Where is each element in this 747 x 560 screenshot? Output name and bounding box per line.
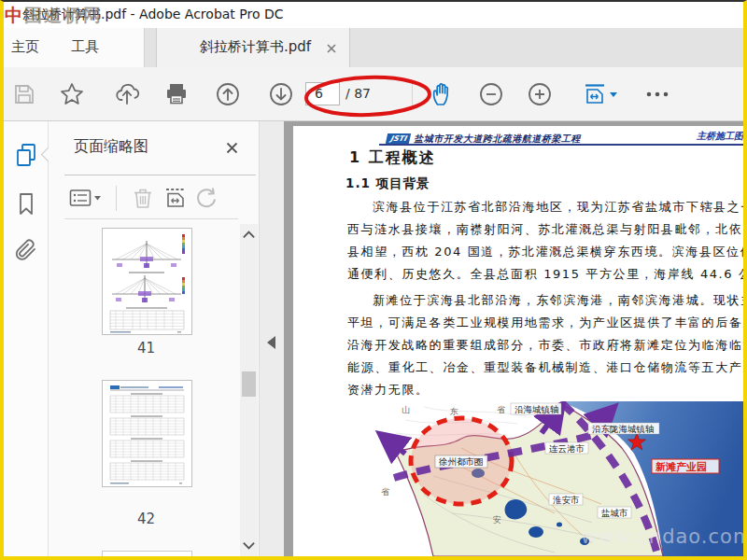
thumbnail-label-42[interactable]: 42 bbox=[102, 511, 190, 527]
map-label-axis-coastal: 沿海城镇轴 bbox=[514, 404, 559, 414]
section-heading: 1 工程概述 bbox=[349, 148, 436, 168]
page-header-rule bbox=[379, 144, 743, 146]
cloud-upload-button[interactable] bbox=[114, 81, 140, 107]
printer-icon bbox=[163, 81, 190, 107]
panel-divider bbox=[64, 175, 256, 175]
main-toolbar: 6 / 87 bbox=[4, 67, 743, 121]
project-name: 盐城市开发大道跨北疏港航道桥梁工程 bbox=[414, 133, 581, 144]
chevron-up-icon bbox=[242, 228, 256, 242]
paragraph1-line2: 西与涟水县接壤，南襟射阳河、苏北灌溉总渠与射阳县毗邻，北依废黄河、中山河与响 bbox=[347, 221, 743, 242]
print-button[interactable] bbox=[163, 81, 190, 107]
thumbnails-panel: 页面缩略图 bbox=[49, 121, 259, 556]
thumbnail-page-43-partial[interactable] bbox=[102, 551, 192, 556]
arrow-down-circle-icon bbox=[268, 81, 294, 107]
bookmarks-rail-button[interactable] bbox=[13, 190, 39, 218]
panel-divider-2 bbox=[64, 218, 238, 219]
delete-pages-button[interactable] bbox=[130, 185, 156, 211]
panel-close-button[interactable] bbox=[225, 141, 239, 155]
map-watermark: www.cndao.com bbox=[581, 525, 743, 548]
subsection-heading: 1.1 项目背景 bbox=[345, 175, 430, 192]
panel-scrollbar[interactable] bbox=[240, 224, 258, 556]
previous-page-button[interactable] bbox=[215, 81, 241, 107]
scroll-down-button[interactable] bbox=[242, 539, 256, 553]
chevron-down-icon bbox=[242, 539, 256, 553]
map-label-xintan: 新滩产业园 bbox=[655, 461, 707, 473]
tab-bar: 主页 工具 斜拉桥计算书.pdf bbox=[4, 28, 743, 67]
fit-width-button[interactable] bbox=[582, 81, 608, 107]
page-setup-icon bbox=[162, 185, 189, 211]
page-number-input[interactable]: 6 bbox=[305, 82, 340, 105]
panel-title: 页面缩略图 bbox=[74, 137, 148, 157]
map-label-axis-donglonghai: 沿东陇海城镇轴 bbox=[592, 424, 655, 434]
plus-circle-icon bbox=[527, 81, 553, 107]
ellipsis-icon bbox=[644, 81, 670, 107]
save-button[interactable] bbox=[11, 81, 37, 107]
paperclip-icon bbox=[13, 237, 39, 265]
page-setup-button[interactable] bbox=[162, 185, 189, 211]
title-bar: 斜拉桥计算书.pdf - Adobe Acrobat Pro DC bbox=[4, 2, 743, 28]
thumbnail-options-button[interactable] bbox=[67, 185, 93, 211]
thumbnail-41-preview bbox=[103, 229, 191, 334]
paragraph2-line5: 资潜力无限。 bbox=[347, 382, 743, 402]
tab-document-label: 斜拉桥计算书.pdf bbox=[200, 38, 311, 56]
jsti-logo: JSTI bbox=[386, 133, 412, 144]
rotate-icon bbox=[193, 185, 219, 211]
tab-tools[interactable]: 工具 bbox=[71, 38, 99, 56]
attachments-rail-button[interactable] bbox=[13, 237, 39, 265]
page-thumbnails-rail-button[interactable] bbox=[13, 142, 39, 170]
paragraph2-line2: 平坦，可满足各类工业规模用地需求，为产业区提供了丰富的后备土地资源。作为盐城 bbox=[347, 315, 743, 335]
map-char-shan: 山 bbox=[402, 405, 410, 414]
map-char-dong: 东 bbox=[449, 407, 458, 416]
map-char-sheng-left: 省 bbox=[381, 487, 389, 497]
paragraph1-line4: 通便利、历史悠久。全县总面积 1915 平方公里，海岸线 44.6 公里，人口1… bbox=[347, 266, 743, 287]
rotate-pages-button[interactable] bbox=[193, 185, 219, 211]
toolbar-divider bbox=[412, 80, 413, 108]
cloud-upload-icon bbox=[114, 81, 140, 107]
close-icon bbox=[325, 42, 338, 55]
bookmark-icon bbox=[13, 190, 39, 218]
thumbnail-label-41[interactable]: 41 bbox=[102, 340, 190, 357]
next-page-button[interactable] bbox=[268, 81, 294, 107]
scroll-up-button[interactable] bbox=[242, 228, 256, 242]
map-label-yancheng: 盐城市 bbox=[601, 508, 628, 518]
options-list-icon bbox=[67, 185, 103, 211]
tab-close-button[interactable] bbox=[325, 41, 338, 54]
panel-toolbar-divider bbox=[116, 186, 117, 211]
document-viewer[interactable]: JSTI盐城市开发大道跨北疏港航道桥梁工程 主桥施工图计算报告 1 工程概述 1… bbox=[284, 121, 743, 556]
hand-tool-button[interactable] bbox=[428, 81, 454, 107]
save-icon bbox=[11, 81, 37, 107]
map-label-lianyungang: 连云港市 bbox=[549, 443, 585, 454]
scrollbar-thumb[interactable] bbox=[242, 371, 256, 397]
arrow-up-circle-icon bbox=[215, 81, 241, 107]
star-button[interactable] bbox=[59, 81, 85, 107]
pdf-page[interactable]: JSTI盐城市开发大道跨北疏港航道桥梁工程 主桥施工图计算报告 1 工程概述 1… bbox=[293, 126, 743, 556]
close-icon bbox=[225, 141, 239, 155]
thumbnail-42-preview bbox=[103, 381, 191, 486]
chevron-down-icon bbox=[609, 91, 618, 99]
main-area: 页面缩略图 bbox=[4, 121, 743, 556]
collapse-panel-arrow-icon[interactable] bbox=[267, 336, 275, 349]
paragraph1-line3: 县相望，西枕 204 国道，苏北灌溉总渠横穿东西境。滨海县区位优势明显，资源丰富… bbox=[347, 244, 743, 264]
pages-icon bbox=[13, 142, 39, 170]
minus-circle-icon bbox=[478, 81, 504, 107]
more-tools-button[interactable] bbox=[644, 81, 670, 107]
map-char-sheng: 省 bbox=[497, 405, 505, 414]
page-header-right: 主桥施工图计算报告 bbox=[697, 130, 743, 143]
panel-gutter bbox=[259, 121, 284, 556]
acrobat-window: 斜拉桥计算书.pdf - Adobe Acrobat Pro DC 中国道桥网 … bbox=[4, 2, 743, 556]
map-label-huaian: 淮安市 bbox=[553, 495, 580, 505]
tab-home[interactable]: 主页 bbox=[11, 38, 39, 56]
fit-width-icon bbox=[582, 81, 608, 107]
zoom-out-button[interactable] bbox=[478, 81, 504, 107]
fit-width-dropdown[interactable] bbox=[609, 91, 618, 99]
tab-left-segment: 主页 工具 bbox=[4, 28, 145, 67]
paragraph2-line4: 能源、重化工、冶金、重型装备机械制造、港口仓储物流等五大产业，发展空间巨大、 bbox=[347, 359, 743, 380]
thumbnail-page-42[interactable] bbox=[102, 380, 192, 487]
star-icon bbox=[59, 81, 85, 107]
zoom-in-button[interactable] bbox=[527, 81, 553, 107]
thumbnail-page-41[interactable] bbox=[102, 228, 192, 335]
paragraph2-line3: 沿海开发战略的重要组成部分，市委、市政府将新滩定位为临海临港产业园区，重点布 bbox=[347, 337, 743, 357]
page-total-label: / 87 bbox=[345, 86, 371, 101]
tab-document[interactable]: 斜拉桥计算书.pdf bbox=[156, 28, 350, 67]
hand-icon bbox=[428, 81, 454, 107]
